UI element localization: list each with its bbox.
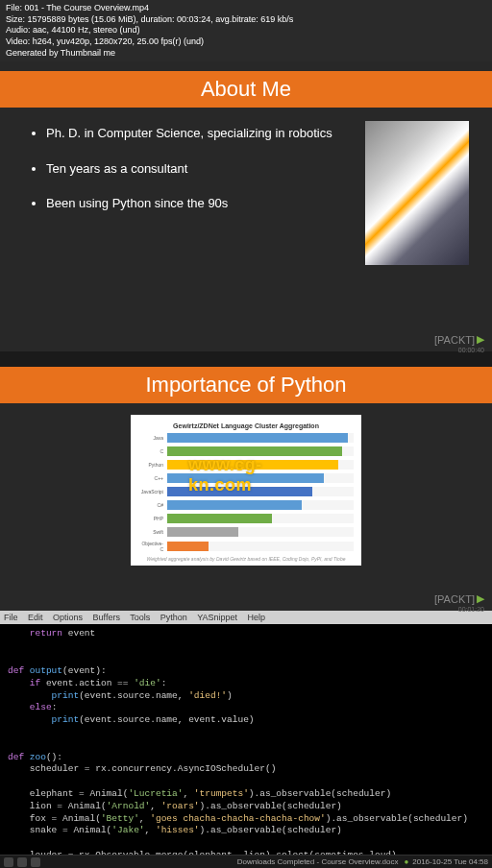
packt-brand: [PACKT]▶	[434, 333, 484, 346]
chart-title: Gewirtz/ZDNet Language Cluster Aggregati…	[138, 422, 354, 429]
packt-brand-2: [PACKT]▶	[434, 592, 484, 605]
chart-row: Objective-C	[138, 541, 354, 552]
slide1-timestamp: 00:00:40	[458, 347, 484, 353]
taskbar-app-icon[interactable]	[17, 857, 27, 867]
meta-size: Size: 15795889 bytes (15.06 MiB), durati…	[6, 14, 486, 26]
bullet-2: Ten years as a consultant	[46, 160, 346, 178]
meta-video: Video: h264, yuv420p, 1280x720, 25.00 fp…	[6, 36, 486, 48]
watermark-text: www.cg-kn.com	[188, 455, 304, 495]
chart-bar	[167, 500, 302, 510]
slide-importance: Importance of Python www.cg-kn.com Gewir…	[0, 367, 492, 611]
menu-options[interactable]: Options	[53, 613, 83, 622]
check-icon: ●	[404, 857, 408, 866]
chart-row: C#	[138, 500, 354, 510]
bullet-1: Ph. D. in Computer Science, specializing…	[46, 125, 346, 142]
slide1-title: About Me	[0, 71, 492, 108]
menu-python[interactable]: Python	[160, 613, 187, 622]
slide2-timestamp: 00:01:20	[458, 606, 484, 613]
taskbar-app-icon[interactable]	[4, 857, 13, 867]
chart-bar	[167, 527, 238, 537]
chart-label: C#	[138, 502, 167, 508]
about-bullets: Ph. D. in Computer Science, specializing…	[29, 125, 346, 265]
code-editor[interactable]: return event def output(event): if event…	[0, 624, 492, 868]
chart-bar	[167, 542, 209, 551]
meta-audio: Audio: aac, 44100 Hz, stereo (und)	[6, 25, 486, 36]
chart-label: Python	[138, 462, 167, 468]
meta-file: File: 001 - The Course Overview.mp4	[6, 3, 486, 14]
slide-about-me: About Me Ph. D. in Computer Science, spe…	[0, 61, 492, 351]
chart-label: JavaScript	[138, 489, 167, 494]
menu-help[interactable]: Help	[248, 613, 266, 622]
emacs-menubar[interactable]: File Edit Options Buffers Tools Python Y…	[0, 611, 492, 624]
author-photo	[365, 121, 469, 265]
chart-label: C++	[138, 475, 167, 481]
menu-buffers[interactable]: Buffers	[93, 613, 120, 622]
language-chart: www.cg-kn.com Gewirtz/ZDNet Language Clu…	[131, 415, 361, 566]
chart-label: PHP	[138, 516, 167, 521]
video-metadata: File: 001 - The Course Overview.mp4 Size…	[0, 0, 492, 61]
slide2-title: Importance of Python	[0, 367, 492, 403]
chart-row: Swift	[138, 527, 354, 537]
play-icon: ▶	[477, 333, 484, 346]
play-icon: ▶	[477, 592, 484, 605]
bullet-3: Been using Python since the 90s	[46, 195, 346, 212]
menu-file[interactable]: File	[4, 613, 18, 622]
chart-bar	[167, 433, 348, 443]
chart-label: Java	[138, 435, 167, 441]
menu-yasnippet[interactable]: YASnippet	[197, 613, 237, 622]
chart-label: Objective-C	[138, 541, 167, 552]
chart-label: C	[138, 448, 167, 454]
menu-edit[interactable]: Edit	[28, 613, 43, 622]
taskbar-app-icon[interactable]	[31, 857, 40, 867]
taskbar[interactable]: Downloads Completed - Course Overview.do…	[0, 855, 492, 868]
menu-tools[interactable]: Tools	[130, 613, 150, 622]
clock[interactable]: 2016-10-25 Tue 04:58	[412, 857, 488, 866]
meta-gen: Generated by Thumbnail me	[6, 48, 486, 60]
chart-label: Swift	[138, 529, 167, 535]
chart-footer: Weighted aggregate analysis by David Gew…	[138, 556, 354, 562]
chart-bar	[167, 514, 272, 523]
download-notification[interactable]: Downloads Completed - Course Overview.do…	[237, 857, 399, 866]
chart-row: PHP	[138, 514, 354, 523]
chart-row: Java	[138, 433, 354, 443]
